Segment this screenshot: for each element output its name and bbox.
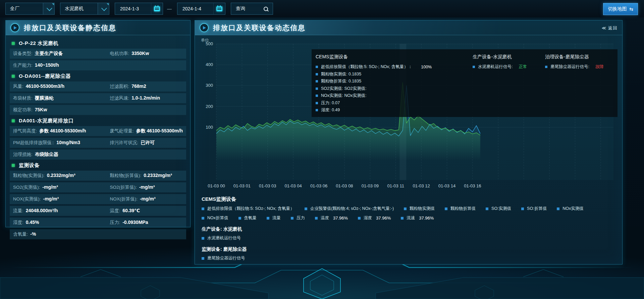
field-value: 覆膜涤纶 bbox=[35, 95, 54, 101]
field-cell: 过滤风速:1.0-1.2m/min bbox=[110, 95, 160, 101]
legend-item-label: SO:折算值 bbox=[527, 206, 547, 212]
legend-square-icon bbox=[202, 237, 204, 240]
static-info-panel: 排放口及关联设备静态信息 O-P-22 水泥磨机设备类型:主要生产设备电机功率:… bbox=[5, 20, 191, 227]
field-value: -mg/m³ bbox=[140, 196, 156, 201]
device-select[interactable]: 水泥磨机 bbox=[60, 3, 109, 15]
legend-item-label: NOx实测值 bbox=[562, 206, 584, 212]
date-from-input[interactable]: 2024-1-3 bbox=[115, 3, 163, 15]
tooltip-item-label: 颗粒物实测值: 0.1835 bbox=[321, 71, 361, 77]
legend-item[interactable]: 湿度37.96% bbox=[358, 215, 391, 221]
legend-square-icon bbox=[358, 217, 361, 220]
svg-text:01-03 06: 01-03 06 bbox=[310, 183, 327, 188]
legend-item-production-signal[interactable]: 水泥磨机运行信号 bbox=[202, 235, 617, 241]
plant-select-value: 全厂 bbox=[6, 6, 19, 12]
field-cell: 电机功率:3350Kw bbox=[110, 51, 149, 57]
field-cell: 治理措施:布袋除尘器 bbox=[13, 152, 110, 158]
back-label: 返回 bbox=[608, 25, 618, 31]
date-to-value: 2024-1-4 bbox=[177, 6, 201, 11]
legend-item[interactable]: 温度37.96% bbox=[315, 215, 348, 221]
table-row: PM超低排排放限值::10mg/Nm3排污许可状况:已许可 bbox=[10, 138, 186, 148]
legend-item-label: 企业预警值(颗粒物:4; sOz-; NOx-;含氧气量:-) bbox=[310, 206, 394, 212]
legend-item[interactable]: NOx折算值 bbox=[202, 215, 228, 221]
legend-item[interactable]: 颗粒物实测值 bbox=[404, 206, 435, 212]
tooltip-item: 颗粒物实测值: 0.1835 bbox=[316, 71, 473, 78]
field-cell: 颗粒物(实测值):0.2332mg/m³ bbox=[13, 173, 110, 179]
table-row: 生产能力:140~150t/h bbox=[10, 60, 186, 70]
tooltip-item-label: SO2实测值: SO2实测值: bbox=[321, 86, 366, 92]
field-label: 生产能力: bbox=[13, 62, 33, 68]
table-row: 含氧量:-% bbox=[10, 229, 186, 239]
field-label: 颗粒物(实测值): bbox=[13, 173, 45, 179]
tooltip-item-label: 颗粒物折算值: 0.1835 bbox=[321, 78, 361, 84]
legend-square-icon bbox=[521, 207, 524, 210]
date-range-separator: — bbox=[167, 6, 172, 11]
table-row: NOX(实测值):-mg/m³NOX(折算值):-mg/m³ bbox=[10, 194, 186, 204]
legend-item[interactable]: 压力 bbox=[291, 215, 305, 221]
section-title: O-DA001--磨尾除尘器 bbox=[12, 73, 186, 79]
signal-label: 磨尾除尘器运行信号: bbox=[550, 64, 589, 70]
legend-item[interactable]: 含氧量 bbox=[238, 215, 257, 221]
chevron-down-icon bbox=[98, 3, 109, 14]
dynamic-info-panel: 排放口及关联设备动态信息 ≪ 返回 单位 10020030040050001-0… bbox=[195, 20, 623, 264]
field-value: 参数 46100-55300m/h bbox=[136, 128, 183, 134]
date-from-value: 2024-1-3 bbox=[115, 6, 139, 11]
legend-item[interactable]: 颗粒物折算值 bbox=[445, 206, 476, 212]
svg-text:01-03 11: 01-03 11 bbox=[387, 183, 404, 188]
legend-square-icon bbox=[315, 217, 318, 220]
dynamic-info-header: 排放口及关联设备动态信息 ≪ 返回 bbox=[195, 20, 622, 35]
field-label: NOX(实测值): bbox=[13, 196, 41, 202]
legend-item-label: 超低排放限值（颗拉物:5: SOz-; NOx; 含氧量） bbox=[207, 206, 294, 212]
field-cell: SO2(折算值):-mg/m³ bbox=[110, 184, 155, 190]
tooltip-item: SO2实测值: SO2实测值: bbox=[316, 85, 473, 93]
section-title-text: DA001-水泥磨尾排放口 bbox=[19, 118, 73, 124]
section-title-text: 监测设备 bbox=[19, 162, 40, 169]
legend-production-title: 生产设备: 水泥磨机 bbox=[202, 226, 617, 232]
legend-item[interactable]: 超低排放限值（颗拉物:5: SOz-; NOx; 含氧量） bbox=[202, 206, 294, 212]
legend-item[interactable]: SO:折算值 bbox=[521, 206, 547, 212]
play-icon bbox=[10, 23, 19, 32]
table-row: SO2(实测值):-mg/m³SO2(折算值):-mg/m³ bbox=[10, 182, 186, 192]
svg-text:400: 400 bbox=[206, 62, 213, 67]
date-to-input[interactable]: 2024-1-4 bbox=[177, 3, 225, 15]
svg-text:01-03 16: 01-03 16 bbox=[464, 183, 481, 188]
legend-item[interactable]: 企业预警值(颗粒物:4; sOz-; NOx-;含氧气量:-) bbox=[305, 206, 394, 212]
legend-item[interactable]: 流速37.96% bbox=[401, 215, 434, 221]
tooltip-item-label: 压力: 0.07 bbox=[321, 100, 340, 106]
legend-item-monitor-signal[interactable]: 磨尾除尘器运行信号 bbox=[202, 255, 617, 261]
static-sections: O-P-22 水泥磨机设备类型:主要生产设备电机功率:3350Kw生产能力:14… bbox=[6, 35, 190, 239]
tooltip-item: 湿度: 0.49 bbox=[316, 107, 473, 114]
table-row: 设备类型:主要生产设备电机功率:3350Kw bbox=[10, 49, 186, 59]
field-cell: 湿度:0.45% bbox=[13, 220, 110, 226]
field-value: -0.0930MPa bbox=[122, 220, 148, 225]
green-square-icon bbox=[12, 75, 15, 78]
play-icon bbox=[200, 23, 209, 32]
legend-item[interactable]: 流量 bbox=[267, 215, 281, 221]
legend-item-label: NOx折算值 bbox=[207, 215, 228, 221]
legend-item[interactable]: SO:实测值 bbox=[486, 206, 511, 212]
legend-item-label: 颗粒物实测值 bbox=[410, 206, 435, 212]
table-row: 湿度:0.45%压力:-0.0930MPa bbox=[10, 218, 186, 228]
field-label: SO2(实测值): bbox=[13, 184, 40, 190]
tooltip-item: 超低排放限值（颗拉物:5: SOz-; NOx; 含氧量）：100% bbox=[316, 63, 473, 71]
status-badge: 故障 bbox=[595, 64, 604, 70]
table-row: 风量:46100-55300m3/h过滤面积:768m2 bbox=[10, 81, 186, 92]
query-button[interactable]: 查询 bbox=[231, 3, 273, 15]
back-button[interactable]: ≪ 返回 bbox=[602, 25, 618, 31]
tooltip-item-label: 湿度: 0.49 bbox=[321, 107, 340, 113]
legend-square-icon bbox=[316, 80, 318, 82]
legend-square-icon bbox=[202, 257, 204, 260]
legend-square-icon bbox=[316, 73, 318, 75]
table-row: 额定功率:75Kw bbox=[10, 105, 186, 115]
switch-map-button[interactable]: 切换地图 ⇆ bbox=[603, 3, 638, 15]
tooltip-treatment-signal: 磨尾除尘器运行信号: 故障 bbox=[545, 63, 618, 71]
dashboard: 全厂 水泥磨机 2024-1-3 — 2024-1-4 查询 切换地图 ⇆ 排放… bbox=[0, 0, 644, 299]
legend-square-icon bbox=[401, 217, 404, 220]
field-cell: PM超低排排放限值::10mg/Nm3 bbox=[13, 140, 110, 146]
legend-square-icon bbox=[445, 207, 447, 210]
field-label: 额定功率: bbox=[13, 107, 33, 113]
field-label: 布袋材质: bbox=[13, 95, 33, 101]
tooltip-production-signal: 水泥磨机运行信号: 正常 bbox=[473, 63, 545, 71]
plant-select[interactable]: 全厂 bbox=[5, 3, 55, 15]
field-value: -mg/m³ bbox=[42, 184, 58, 190]
legend-item[interactable]: NOx实测值 bbox=[557, 206, 584, 212]
